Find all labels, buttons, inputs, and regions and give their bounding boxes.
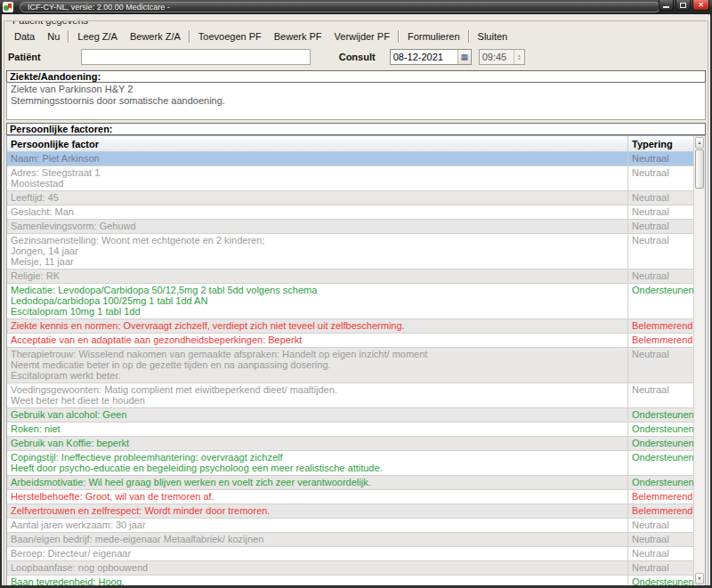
pf-section-header: Persoonlijke factoren:: [6, 123, 706, 135]
factor-cell: Copingstijl: Ineffectieve probleemhanter…: [7, 451, 627, 475]
typering-cell: Neutraal: [627, 191, 693, 205]
scroll-down-icon: ▼: [698, 576, 702, 581]
scrollbar-thumb[interactable]: [695, 149, 704, 189]
app-window: ICF-CY-NL, versie: 2.00.00 Medictcare - …: [0, 0, 712, 588]
table-row[interactable]: Leeftijd: 45 Neutraal: [7, 191, 693, 205]
table-row[interactable]: Gebruik van alcohol: Geen Ondersteunend: [7, 408, 693, 423]
typering-cell: Neutraal: [627, 166, 693, 190]
minimize-icon: [663, 6, 669, 8]
table-row[interactable]: Voedingsgewoonten: Matig complient met e…: [7, 383, 693, 408]
typering-cell: Neutraal: [627, 519, 693, 532]
consult-time-input[interactable]: [480, 50, 514, 64]
consult-date-input[interactable]: [391, 50, 457, 64]
factor-cell: Adres: Steegstraat 1 Mooistestad: [7, 166, 627, 190]
factor-cell: Baan tevredenheid: Hoog.: [7, 576, 627, 585]
factor-cell: Ziekte kennis en normen: Overvraagt zich…: [7, 319, 627, 333]
column-header-factor[interactable]: Persoonlijke factor: [7, 139, 627, 149]
typering-cell: Ondersteunend: [627, 576, 693, 585]
table-row[interactable]: Gezinsamenstelling: Woont met echtgenote…: [7, 234, 693, 270]
toolbar-separator: [398, 30, 400, 43]
toolbar-button-bewerk-z-a[interactable]: Bewerk Z/A: [124, 29, 187, 44]
factor-cell: Leeftijd: 45: [7, 191, 627, 205]
toolbar-button-bewerk-pf[interactable]: Bewerk PF: [268, 29, 328, 44]
typering-cell: Ondersteunend: [627, 423, 693, 436]
table-row[interactable]: Gebruik van Koffie: beperkt Ondersteunen…: [7, 437, 693, 451]
typering-cell: Ondersteunend: [627, 451, 693, 475]
table-row[interactable]: Samenlevingsvorm: Gehuwd Neutraal: [7, 220, 693, 234]
factor-cell: Herstelbehoefte: Groot, wil van de tremo…: [7, 490, 627, 503]
toolbar-button-leeg-z-a[interactable]: Leeg Z/A: [71, 29, 124, 44]
table-row[interactable]: Zelfvertrouwen en zelfrespect: Wordt min…: [7, 504, 693, 519]
groupbox-label: Patiënt gegevens: [9, 20, 92, 26]
factor-cell: Medicatie: Levodopa/Carbidopa 50/12,5mg …: [7, 284, 627, 318]
factor-cell: Samenlevingsvorm: Gehuwd: [7, 220, 627, 233]
window-content: Patiënt gegevens DataNuLeeg Z/ABewerk Z/…: [2, 14, 710, 585]
factor-cell: Zelfvertrouwen en zelfrespect: Wordt min…: [7, 504, 627, 518]
factor-cell: Beroep: Directeur/ eigenaar: [7, 547, 627, 560]
column-header-typering[interactable]: Typering: [627, 136, 693, 151]
table-row[interactable]: Geslacht: Man Neutraal: [7, 205, 693, 220]
typering-cell: Belemmerend: [627, 334, 693, 347]
toolbar-button-verwijder-pf[interactable]: Verwijder PF: [328, 29, 396, 44]
table-row[interactable]: Medicatie: Levodopa/Carbidopa 50/12,5mg …: [7, 284, 693, 319]
titlebar: ICF-CY-NL, versie: 2.00.00 Medictcare - …: [0, 0, 712, 14]
maximize-button[interactable]: [676, 0, 691, 11]
factor-cell: Therapietrouw: Wisselend nakomen van gem…: [7, 348, 627, 383]
table-row[interactable]: Therapietrouw: Wisselend nakomen van gem…: [7, 348, 693, 383]
pf-table-header: Persoonlijke factor Typering: [7, 136, 693, 152]
table-row[interactable]: Copingstijl: Ineffectieve probleemhanter…: [7, 451, 693, 476]
typering-cell: Neutraal: [627, 205, 693, 219]
factor-cell: Roken: niet: [7, 423, 627, 436]
table-row[interactable]: Acceptatie van en adaptatie aan gezondhe…: [7, 334, 693, 348]
toolbar-button-data[interactable]: Data: [8, 29, 41, 44]
toolbar-separator: [468, 30, 470, 43]
table-scrollbar[interactable]: ▲ ▼: [693, 136, 705, 585]
scroll-up-icon: ▲: [698, 141, 702, 145]
factor-cell: Gebruik van Koffie: beperkt: [7, 437, 627, 450]
table-body: Naam: Piet Arkinson Neutraal Adres: Stee…: [7, 152, 693, 585]
table-row[interactable]: Baan/eigen bedrijf: mede-eigenaar Metaal…: [7, 533, 693, 547]
table-row[interactable]: Beroep: Directeur/ eigenaar Neutraal: [7, 547, 693, 561]
patient-consult-row: Patiënt Consult ▦ ▲ ▼: [8, 47, 704, 67]
typering-cell: Ondersteunend: [627, 437, 693, 450]
factor-cell: Gebruik van alcohol: Geen: [7, 408, 627, 422]
calendar-dropdown-button[interactable]: ▦: [457, 50, 471, 64]
table-row[interactable]: Roken: niet Ondersteunend: [7, 423, 693, 437]
typering-cell: Belemmerend: [627, 490, 693, 503]
typering-cell: Neutraal: [627, 220, 693, 233]
ziekte-textarea[interactable]: Ziekte van Parkinson H&Y 2 Stemmingsstoo…: [6, 83, 706, 120]
factor-cell: Naam: Piet Arkinson: [7, 152, 627, 165]
consult-time-field: ▲ ▼: [479, 49, 525, 65]
ziekte-section-header: Ziekte/Aandoening:: [6, 70, 706, 83]
table-row[interactable]: Herstelbehoefte: Groot, wil van de tremo…: [7, 490, 693, 504]
close-button[interactable]: ✕: [692, 0, 709, 11]
time-spinner[interactable]: ▲ ▼: [514, 50, 524, 64]
factor-cell: Acceptatie van en adaptatie aan gezondhe…: [7, 334, 627, 347]
table-row[interactable]: Loopbaanfase: nog opbouwend Neutraal: [7, 561, 693, 576]
typering-cell: Belemmerend: [627, 504, 693, 518]
toolbar-button-nu[interactable]: Nu: [41, 29, 66, 44]
toolbar-button-formulieren[interactable]: Formulieren: [401, 29, 466, 44]
patient-input[interactable]: [81, 49, 311, 65]
typering-cell: Neutraal: [627, 348, 693, 383]
table-row[interactable]: Aantal jaren werkzaam: 30 jaar Neutraal: [7, 519, 693, 533]
calendar-icon: ▦: [460, 53, 468, 61]
scroll-up-button[interactable]: ▲: [695, 137, 704, 149]
typering-cell: Ondersteunend: [627, 408, 693, 422]
typering-cell: Neutraal: [627, 270, 693, 283]
scrollbar-track[interactable]: [694, 189, 705, 572]
scroll-down-button[interactable]: ▼: [695, 573, 704, 584]
toolbar-button-sluiten[interactable]: Sluiten: [472, 29, 514, 44]
toolbar-button-toevoegen-pf[interactable]: Toevoegen PF: [192, 29, 268, 44]
factor-cell: Geslacht: Man: [7, 205, 627, 219]
toolbar: DataNuLeeg Z/ABewerk Z/AToevoegen PFBewe…: [8, 28, 706, 44]
table-row[interactable]: Ziekte kennis en normen: Overvraagt zich…: [7, 319, 693, 334]
table-row[interactable]: Baan tevredenheid: Hoog. Ondersteunend: [7, 576, 693, 585]
factor-cell: Arbeidsmotivatie: Wil heel graag blijven…: [7, 476, 627, 489]
table-row[interactable]: Adres: Steegstraat 1 Mooistestad Neutraa…: [7, 166, 693, 191]
typering-cell: Neutraal: [627, 547, 693, 560]
table-row[interactable]: Naam: Piet Arkinson Neutraal: [7, 152, 693, 166]
table-row[interactable]: Arbeidsmotivatie: Wil heel graag blijven…: [7, 476, 693, 490]
minimize-button[interactable]: [659, 0, 674, 11]
table-row[interactable]: Religie: RK Neutraal: [7, 270, 693, 284]
